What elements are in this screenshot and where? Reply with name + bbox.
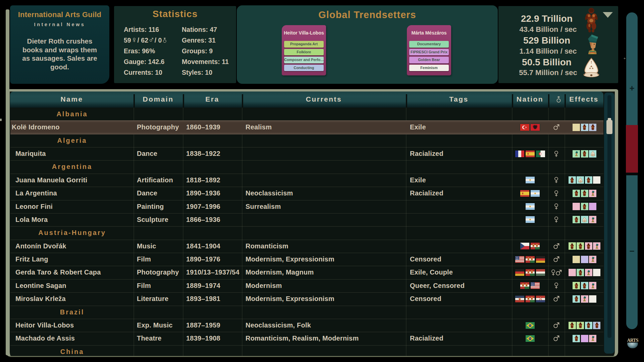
svg-text:!: ! xyxy=(591,60,592,64)
